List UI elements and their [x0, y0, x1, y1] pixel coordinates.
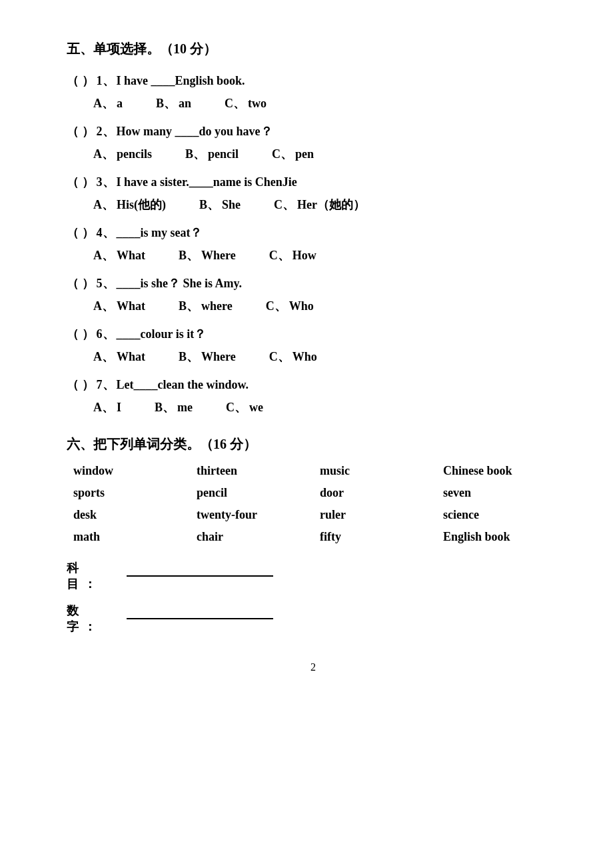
option-label: C、 [266, 298, 287, 314]
classification-row-0: 科 目： [67, 560, 560, 592]
question-number-q3: 3、 [97, 174, 117, 190]
bracket-q6: （ ） [67, 326, 94, 342]
option-q2-0: A、pencils [93, 146, 152, 162]
option-text: Where [201, 350, 236, 364]
option-label: C、 [269, 349, 290, 365]
question-line-q2: （ ）2、How many ____do you have？ [67, 123, 560, 139]
option-label: B、 [185, 146, 205, 162]
question-line-q6: （ ）6、____colour is it？ [67, 326, 560, 342]
option-label: A、 [93, 399, 114, 415]
option-label: A、 [93, 349, 114, 365]
option-q7-1: B、me [155, 399, 193, 415]
option-text: I [117, 401, 121, 415]
option-q5-1: B、where [179, 298, 233, 314]
option-label: C、 [226, 399, 247, 415]
option-label: A、 [93, 146, 114, 162]
bracket-q1: （ ） [67, 73, 94, 89]
question-number-q4: 4、 [97, 225, 117, 241]
option-q3-0: A、His(他的) [93, 197, 166, 213]
word-item: math [73, 530, 190, 544]
option-q5-0: A、What [93, 298, 145, 314]
section6-title: 六、把下列单词分类。（16 分） [67, 435, 560, 453]
option-q7-0: A、I [93, 399, 121, 415]
option-q3-2: C、Her（她的） [274, 197, 365, 213]
question-line-q1: （ ）1、I have ____English book. [67, 73, 560, 89]
option-label: B、 [179, 298, 199, 314]
option-text: two [248, 97, 267, 111]
word-item: chair [197, 530, 313, 544]
options-line-q1: A、aB、anC、two [67, 95, 560, 111]
option-q6-1: B、Where [179, 349, 236, 365]
word-item: desk [73, 508, 190, 522]
option-label: B、 [155, 399, 175, 415]
option-label: C、 [225, 95, 245, 111]
word-item: window [73, 464, 190, 478]
classifications-container: 科 目：数 字： [67, 560, 560, 635]
option-label: C、 [274, 197, 295, 213]
option-text: pencils [117, 147, 152, 161]
question-number-q5: 5、 [97, 275, 117, 291]
option-label: B、 [179, 247, 199, 263]
word-item: seven [443, 486, 560, 500]
option-label: A、 [93, 197, 114, 213]
option-q6-0: A、What [93, 349, 145, 365]
question-text-q7: Let____clean the window. [117, 378, 249, 392]
option-text: How [293, 249, 316, 263]
word-item: English book [443, 530, 560, 544]
page-number: 2 [67, 661, 560, 673]
word-item: pencil [197, 486, 313, 500]
option-label: A、 [93, 298, 114, 314]
classification-label-1: 数 字： [67, 603, 120, 635]
option-q7-2: C、we [226, 399, 263, 415]
word-item: science [443, 508, 560, 522]
option-text: an [179, 97, 191, 111]
word-item: door [320, 486, 436, 500]
word-item: ruler [320, 508, 436, 522]
bracket-q7: （ ） [67, 377, 94, 393]
option-q1-2: C、two [225, 95, 267, 111]
option-text: What [117, 299, 145, 313]
options-line-q7: A、IB、meC、we [67, 399, 560, 415]
option-text: Her（她的） [297, 197, 365, 213]
word-item: music [320, 464, 436, 478]
option-label: B、 [179, 349, 199, 365]
question-block-q3: （ ）3、I have a sister.____name is ChenJie… [67, 174, 560, 213]
bracket-q2: （ ） [67, 123, 94, 139]
question-text-q2: How many ____do you have？ [117, 123, 273, 139]
option-text: pen [295, 147, 314, 161]
question-text-q5: ____is she？ She is Amy. [117, 275, 243, 291]
question-number-q1: 1、 [97, 73, 117, 89]
word-item: sports [73, 486, 190, 500]
option-q4-0: A、What [93, 247, 145, 263]
question-number-q7: 7、 [97, 377, 117, 393]
option-text: where [201, 299, 233, 313]
options-line-q6: A、WhatB、WhereC、Who [67, 349, 560, 365]
options-line-q2: A、pencilsB、pencilC、pen [67, 146, 560, 162]
word-item: thirteen [197, 464, 313, 478]
option-text: What [117, 350, 145, 364]
option-text: pencil [208, 147, 239, 161]
question-block-q4: （ ）4、____is my seat？A、WhatB、WhereC、How [67, 225, 560, 263]
classification-line-0 [127, 575, 273, 577]
option-label: C、 [272, 146, 293, 162]
option-label: A、 [93, 247, 114, 263]
option-label: B、 [156, 95, 176, 111]
classification-label-0: 科 目： [67, 560, 120, 592]
section5-title: 五、单项选择。（10 分） [67, 40, 560, 58]
option-label: C、 [269, 247, 290, 263]
question-text-q4: ____is my seat？ [117, 225, 203, 241]
option-q4-1: B、Where [179, 247, 236, 263]
questions-container: （ ）1、I have ____English book.A、aB、anC、tw… [67, 73, 560, 415]
classification-line-1 [127, 618, 273, 619]
option-text: She [222, 198, 241, 212]
question-text-q1: I have ____English book. [117, 74, 245, 88]
question-block-q1: （ ）1、I have ____English book.A、aB、anC、tw… [67, 73, 560, 111]
option-q5-2: C、Who [266, 298, 314, 314]
options-line-q5: A、WhatB、whereC、Who [67, 298, 560, 314]
classification-row-1: 数 字： [67, 603, 560, 635]
word-grid: windowthirteenmusicChinese booksportspen… [67, 464, 560, 544]
question-line-q5: （ ）5、____is she？ She is Amy. [67, 275, 560, 291]
question-block-q7: （ ）7、Let____clean the window.A、IB、meC、we [67, 377, 560, 415]
bracket-q5: （ ） [67, 275, 94, 291]
word-item: fifty [320, 530, 436, 544]
